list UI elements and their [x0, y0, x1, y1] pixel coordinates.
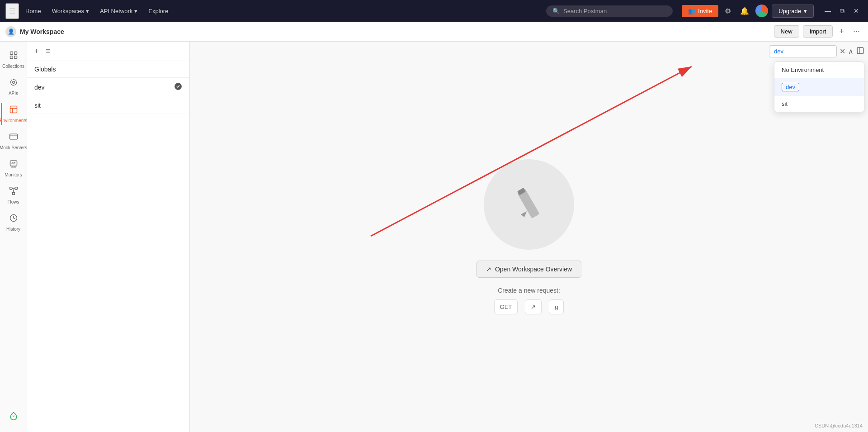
- env-toggle-button[interactable]: ∧: [848, 47, 854, 56]
- workspace-name[interactable]: 👤 My Workspace: [5, 26, 64, 37]
- svg-rect-14: [15, 187, 17, 190]
- new-button[interactable]: New: [774, 25, 799, 38]
- maximize-button[interactable]: ⧉: [836, 5, 848, 17]
- notifications-button[interactable]: 🔔: [737, 4, 752, 18]
- more-options-button[interactable]: ···: [850, 25, 863, 38]
- mock-servers-label: Mock Servers: [0, 145, 27, 150]
- sidebar-item-monitors[interactable]: Monitors: [1, 156, 26, 181]
- mock-servers-icon: [9, 132, 18, 143]
- topbar: ☰ Home Workspaces ▾ API Network ▾ Explor…: [0, 0, 868, 22]
- close-button[interactable]: ✕: [850, 5, 863, 17]
- environments-icon: [9, 105, 18, 116]
- environment-panel: + ≡ Globals dev sit: [27, 42, 190, 432]
- sidebar-icons: Collections APIs Environments Mock Serve…: [0, 42, 27, 432]
- grpc-request-button[interactable]: g: [549, 299, 564, 314]
- dropdown-item-dev[interactable]: dev: [774, 78, 864, 96]
- svg-rect-9: [9, 134, 17, 139]
- svg-point-4: [12, 81, 14, 84]
- workspace-illustration: [484, 159, 574, 250]
- add-tab-button[interactable]: +: [836, 25, 847, 38]
- nav-workspaces[interactable]: Workspaces ▾: [47, 5, 94, 17]
- postman-logo: [755, 5, 768, 17]
- svg-rect-3: [14, 56, 17, 59]
- sidebar-item-bootcamp[interactable]: [1, 408, 26, 427]
- create-request-label: Create a new request:: [498, 287, 560, 294]
- env-selector-area: ✕ ∧: [769, 45, 864, 57]
- sidebar-item-flows[interactable]: Flows: [1, 183, 26, 208]
- upgrade-button[interactable]: Upgrade ▾: [772, 5, 814, 18]
- env-selector-input[interactable]: [769, 45, 837, 57]
- sidebar-item-apis[interactable]: APIs: [1, 74, 26, 100]
- svg-rect-2: [10, 56, 13, 59]
- collections-icon: [9, 51, 18, 62]
- env-close-button[interactable]: ✕: [840, 47, 845, 56]
- svg-rect-0: [10, 52, 13, 55]
- env-eye-button[interactable]: [856, 47, 864, 57]
- sidebar-item-mock-servers[interactable]: Mock Servers: [1, 128, 26, 154]
- avatar: 👤: [5, 26, 16, 37]
- illustration-svg: [502, 177, 556, 232]
- sidebar-item-environments[interactable]: Environments: [1, 101, 26, 127]
- history-label: History: [6, 227, 20, 232]
- dropdown-item-no-env[interactable]: No Environment: [774, 62, 864, 78]
- content-area: ✕ ∧ No Environment dev sit: [190, 42, 868, 432]
- globals-item[interactable]: Globals: [27, 61, 189, 78]
- apis-icon: [9, 78, 18, 89]
- topbar-left: ☰ Home Workspaces ▾ API Network ▾ Explor…: [5, 3, 537, 19]
- svg-rect-15: [12, 192, 14, 195]
- svg-point-5: [10, 79, 16, 85]
- sidebar-item-history[interactable]: History: [1, 210, 26, 235]
- nav-explore[interactable]: Explore: [144, 5, 173, 17]
- csdn-badge: CSDN @codu4u1314: [815, 423, 863, 428]
- svg-rect-13: [9, 187, 12, 190]
- topbar-right: 👥 Invite ⚙ 🔔 Upgrade ▾ — ⧉ ✕: [682, 4, 863, 18]
- sidebar-item-collections[interactable]: Collections: [1, 47, 26, 72]
- svg-rect-1: [14, 52, 17, 55]
- menu-icon[interactable]: ☰: [5, 3, 19, 19]
- import-button[interactable]: Import: [803, 25, 833, 38]
- svg-rect-20: [857, 47, 863, 54]
- filter-environments-button[interactable]: ≡: [44, 45, 52, 57]
- environments-label: Environments: [0, 118, 27, 123]
- flows-label: Flows: [7, 199, 19, 204]
- env-dropdown: No Environment dev sit: [774, 62, 864, 112]
- get-request-button[interactable]: GET: [494, 299, 518, 314]
- collections-label: Collections: [2, 64, 24, 69]
- settings-button[interactable]: ⚙: [722, 4, 734, 18]
- nav-home[interactable]: Home: [21, 5, 46, 17]
- search-bar[interactable]: 🔍 Search Postman: [546, 5, 673, 17]
- add-environment-button[interactable]: +: [33, 45, 40, 57]
- env-panel-header: + ≡: [27, 42, 189, 61]
- open-workspace-button[interactable]: ↗ Open Workspace Overview: [476, 261, 581, 278]
- env-item-sit[interactable]: sit: [27, 97, 189, 114]
- history-icon: [9, 214, 18, 225]
- minimize-button[interactable]: —: [821, 5, 835, 17]
- bootcamp-icon: [9, 412, 18, 423]
- workspacebar: 👤 My Workspace New Import + ···: [0, 22, 868, 42]
- invite-icon: 👥: [688, 8, 695, 14]
- new-request-button[interactable]: ↗: [525, 299, 542, 314]
- dropdown-item-sit[interactable]: sit: [774, 96, 864, 112]
- invite-button[interactable]: 👥 Invite: [682, 5, 718, 17]
- env-item-dev[interactable]: dev: [27, 78, 189, 97]
- monitors-icon: [9, 159, 18, 171]
- search-icon: 🔍: [552, 8, 560, 14]
- svg-marker-26: [521, 211, 527, 217]
- flows-icon: [9, 186, 18, 198]
- open-workspace-icon: ↗: [486, 266, 491, 273]
- request-icons: GET ↗ g: [494, 299, 564, 314]
- apis-label: APIs: [9, 91, 18, 96]
- search-placeholder: Search Postman: [563, 8, 607, 14]
- svg-rect-6: [10, 106, 17, 113]
- monitors-label: Monitors: [5, 172, 22, 177]
- window-controls: — ⧉ ✕: [821, 5, 863, 17]
- main-layout: Collections APIs Environments Mock Serve…: [0, 42, 868, 432]
- nav-api-network[interactable]: API Network ▾: [95, 5, 142, 17]
- env-active-icon: [174, 82, 182, 92]
- svg-point-19: [175, 83, 182, 90]
